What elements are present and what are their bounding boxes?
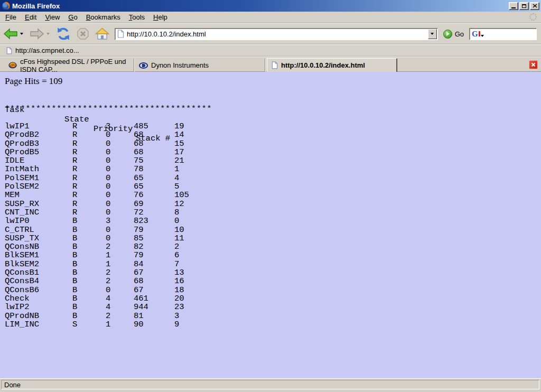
back-dropdown-icon[interactable] [20, 33, 23, 35]
restore-button[interactable] [519, 2, 529, 10]
close-icon [533, 4, 537, 8]
tab-dynon[interactable]: Dynon Instruments [135, 59, 265, 72]
table-separator: **************************************** [5, 104, 212, 114]
table-row: QProdB2R06814 [0, 130, 541, 138]
stop-button[interactable] [76, 27, 90, 40]
table-cell: B [72, 302, 77, 312]
bookmarks-toolbar: http://as.cmpnet.co... [0, 44, 541, 57]
table-row: QProdB5R06817 [0, 147, 541, 156]
table-cell: 23 [174, 302, 184, 312]
minimize-button[interactable] [509, 2, 518, 10]
firefox-logo-icon [2, 2, 10, 10]
table-cell: 12 [174, 199, 184, 209]
table-cell: MEM [5, 190, 20, 200]
menu-go[interactable]: Go [64, 12, 81, 23]
cfos-favicon: cFos [8, 62, 17, 69]
table-cell: 67 [134, 268, 144, 277]
table-cell: 11 [174, 234, 184, 243]
table-cell: 0 [106, 234, 110, 243]
forward-dropdown-icon[interactable] [46, 33, 50, 35]
restore-icon [522, 4, 526, 8]
table-row: IntMathR0781 [0, 164, 541, 173]
url-input[interactable] [127, 30, 428, 38]
throbber-icon [529, 13, 537, 21]
table-cell: lwIP0 [5, 216, 30, 226]
menu-view[interactable]: View [41, 12, 64, 23]
go-label: Go [455, 30, 464, 38]
chevron-down-icon [431, 33, 434, 35]
table-cell: 15 [174, 139, 184, 148]
search-input[interactable] [486, 30, 536, 38]
table-cell: R [72, 122, 77, 131]
table-cell: SUSP_RX [5, 199, 39, 209]
table-cell: 68 [134, 276, 144, 286]
table-cell: 78 [134, 164, 144, 174]
table-cell: R [72, 156, 77, 165]
table-cell: 84 [134, 259, 144, 269]
table-cell: B [72, 225, 77, 235]
page-icon [117, 30, 124, 38]
table-cell: QConsB1 [5, 268, 39, 277]
table-cell: 20 [174, 294, 184, 303]
table-cell: Check [5, 294, 30, 303]
table-cell: 5 [174, 182, 179, 191]
tab-label: cFos Highspeed DSL / PPPoE und ISDN CAP.… [20, 58, 129, 73]
table-row: C_CTRLB07910 [0, 225, 541, 234]
tab-cfos[interactable]: cFos cFos Highspeed DSL / PPPoE und ISDN… [4, 59, 134, 72]
close-button[interactable] [530, 2, 539, 10]
table-row: QProdNBB2813 [0, 311, 541, 320]
table-cell: 105 [174, 190, 189, 200]
home-button[interactable] [95, 27, 109, 40]
table-row: lwIP0B38230 [0, 216, 541, 225]
menu-tools[interactable]: Tools [125, 12, 149, 23]
url-dropdown-button[interactable] [428, 29, 437, 39]
table-row: QConsNBB2822 [0, 242, 541, 250]
table-cell: 1 [106, 259, 110, 269]
tab-active-index-html[interactable]: http://10.0.10.2/index.html [267, 58, 397, 72]
go-button[interactable]: Go [443, 30, 464, 39]
menu-help[interactable]: Help [149, 12, 172, 23]
search-engine-icon[interactable]: G [472, 30, 478, 38]
menu-file[interactable]: File [1, 12, 21, 23]
search-engine-dropdown-icon[interactable] [481, 35, 484, 37]
status-panel: Done [1, 380, 539, 389]
table-row: lwIP1R348519 [0, 122, 541, 130]
table-cell: R [72, 208, 77, 217]
menu-bookmarks[interactable]: Bookmarks [82, 12, 125, 23]
svg-text:cFos: cFos [10, 63, 17, 67]
table-cell: QProdB2 [5, 130, 39, 139]
table-cell: 2 [106, 276, 110, 286]
table-cell: 68 [134, 130, 144, 139]
table-cell: IntMath [5, 164, 39, 174]
table-cell: 2 [106, 311, 110, 321]
table-cell: 0 [106, 130, 110, 139]
forward-button[interactable] [30, 28, 44, 40]
table-cell: 79 [134, 225, 144, 235]
reload-button[interactable] [56, 27, 71, 41]
table-row: QProdB3R06815 [0, 139, 541, 147]
table-cell: 9 [174, 320, 179, 329]
task-table-rows: lwIP1R348519QProdB2R06814QProdB3R06815QP… [0, 122, 541, 328]
table-cell: SUSP_TX [5, 234, 39, 243]
table-row: CheckB446120 [0, 294, 541, 302]
back-button[interactable] [3, 28, 18, 40]
tab-close-button[interactable] [529, 60, 538, 69]
table-cell: 0 [106, 164, 110, 174]
table-cell: 0 [106, 199, 110, 209]
table-cell: 0 [106, 225, 110, 235]
table-cell: 3 [174, 311, 179, 321]
table-cell: 68 [134, 139, 144, 148]
bookmark-item[interactable]: http://as.cmpnet.co... [4, 45, 81, 55]
menu-edit[interactable]: Edit [21, 12, 41, 23]
reload-icon [56, 27, 71, 41]
table-cell: 3 [106, 122, 110, 131]
table-cell: B [72, 268, 77, 277]
table-cell: 3 [106, 216, 110, 226]
table-cell: R [72, 147, 77, 157]
table-cell: 19 [174, 122, 184, 131]
page-icon [272, 61, 278, 69]
minimize-icon [511, 7, 516, 8]
table-cell: 1 [106, 250, 110, 260]
table-cell: 2 [174, 242, 179, 251]
table-cell: QProdB5 [5, 147, 39, 157]
